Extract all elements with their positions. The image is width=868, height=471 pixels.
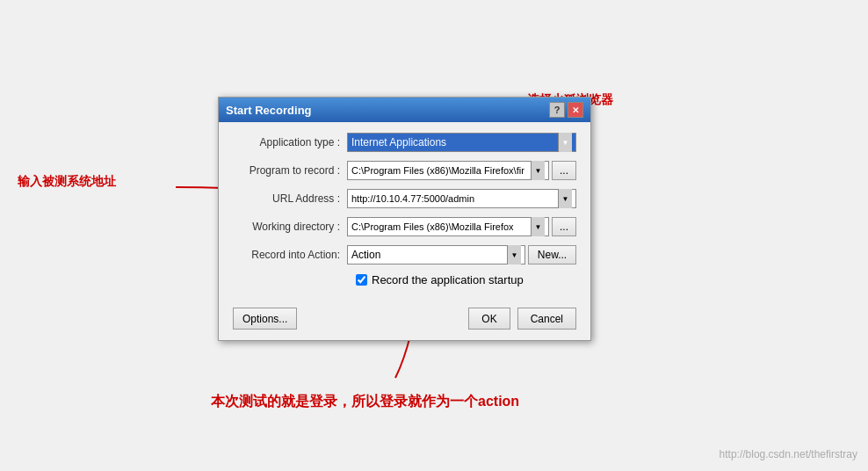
working-directory-control: C:\Program Files (x86)\Mozilla Firefox ▼… <box>347 217 576 236</box>
working-directory-select[interactable]: C:\Program Files (x86)\Mozilla Firefox ▼ <box>347 217 549 236</box>
program-browse-button[interactable]: ... <box>552 161 576 180</box>
program-to-record-value: C:\Program Files (x86)\Mozilla Firefox\f… <box>351 165 531 176</box>
url-address-value: http://10.10.4.77:5000/admin <box>351 193 558 204</box>
footer-left: Options... <box>233 308 297 330</box>
record-into-action-control: Action ▼ New... <box>347 245 576 264</box>
url-address-control: http://10.10.4.77:5000/admin ▼ <box>347 189 576 208</box>
workdir-browse-button[interactable]: ... <box>552 217 576 236</box>
application-type-select[interactable]: Internet Applications ▼ <box>347 133 576 152</box>
program-to-record-control: C:\Program Files (x86)\Mozilla Firefox\f… <box>347 161 576 180</box>
dialog-footer: Options... OK Cancel <box>219 308 590 340</box>
options-button[interactable]: Options... <box>233 308 297 330</box>
url-address-row: URL Address : http://10.10.4.77:5000/adm… <box>233 189 576 208</box>
working-directory-value: C:\Program Files (x86)\Mozilla Firefox <box>351 221 531 232</box>
application-type-label: Application type : <box>233 136 347 149</box>
titlebar-buttons: ? ✕ <box>549 102 583 118</box>
annotation-url-label: 输入被测系统地址 <box>18 174 116 190</box>
working-directory-row: Working directory : C:\Program Files (x8… <box>233 217 576 236</box>
new-action-button[interactable]: New... <box>528 245 576 264</box>
program-to-record-select[interactable]: C:\Program Files (x86)\Mozilla Firefox\f… <box>347 161 549 180</box>
application-type-row: Application type : Internet Applications… <box>233 133 576 152</box>
working-directory-label: Working directory : <box>233 221 347 233</box>
action-value: Action <box>351 249 507 261</box>
record-into-action-row: Record into Action: Action ▼ New... <box>233 245 576 264</box>
record-startup-checkbox[interactable] <box>356 274 367 286</box>
program-dropdown-arrow: ▼ <box>531 161 545 180</box>
application-type-arrow: ▼ <box>558 133 572 152</box>
close-button[interactable]: ✕ <box>568 102 583 118</box>
program-to-record-row: Program to record : C:\Program Files (x8… <box>233 161 576 180</box>
action-dropdown-arrow: ▼ <box>507 245 521 264</box>
record-startup-label: Record the application startup <box>372 273 524 286</box>
url-address-select[interactable]: http://10.10.4.77:5000/admin ▼ <box>347 189 576 208</box>
annotation-action-label: 本次测试的就是登录，所以登录就作为一个action <box>211 393 519 411</box>
record-into-action-label: Record into Action: <box>233 249 347 261</box>
dialog-titlebar: Start Recording ? ✕ <box>219 98 590 122</box>
ok-button[interactable]: OK <box>468 308 510 330</box>
action-select[interactable]: Action ▼ <box>347 245 525 264</box>
application-type-control: Internet Applications ▼ <box>347 133 576 152</box>
url-dropdown-arrow: ▼ <box>558 189 572 208</box>
program-to-record-label: Program to record : <box>233 164 347 177</box>
watermark: http://blog.csdn.net/thefirstray <box>720 448 857 460</box>
application-type-value: Internet Applications <box>351 136 558 149</box>
dialog-body: Application type : Internet Applications… <box>219 122 590 308</box>
workdir-dropdown-arrow: ▼ <box>531 217 545 236</box>
dialog-title: Start Recording <box>226 104 312 117</box>
start-recording-dialog: Start Recording ? ✕ Application type : I… <box>218 97 591 341</box>
checkbox-row: Record the application startup <box>233 273 576 286</box>
help-button[interactable]: ? <box>549 102 565 118</box>
cancel-button[interactable]: Cancel <box>517 308 576 330</box>
footer-right: OK Cancel <box>468 308 576 330</box>
url-address-label: URL Address : <box>233 192 347 205</box>
